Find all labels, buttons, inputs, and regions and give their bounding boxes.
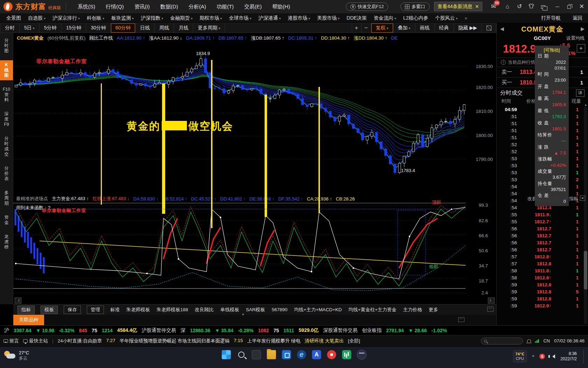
- zoom-in-button[interactable]: +: [352, 23, 362, 33]
- menu-数据(D)[interactable]: 数据(D): [155, 0, 183, 13]
- template-tab-标准[interactable]: 标准: [110, 306, 120, 314]
- nav-item-板块监测[interactable]: 板块监测▾: [111, 15, 134, 21]
- prev-symbol-arrow[interactable]: ◀: [500, 26, 504, 32]
- taskbar-app-dark[interactable]: [252, 350, 261, 359]
- nav-item-沪深京排行[interactable]: 沪深京排行▾: [52, 15, 80, 21]
- template-settings-icon[interactable]: [487, 307, 493, 312]
- period-日线[interactable]: 日线: [135, 23, 155, 33]
- nav-item-港股市场[interactable]: 港股市场▾: [288, 15, 310, 21]
- fastest-server-item[interactable]: 最快主站: [23, 338, 48, 344]
- tool-经典[interactable]: 经典: [435, 23, 454, 33]
- zoom-out-button[interactable]: −: [362, 23, 371, 33]
- nav-item-全景图[interactable]: 全景图: [6, 15, 21, 21]
- sidebar-item-分时成交[interactable]: 分时成交: [0, 134, 13, 159]
- template-tab-SAR模板[interactable]: SAR模板: [246, 306, 266, 314]
- add-to-watchlist-button[interactable]: +: [577, 44, 585, 53]
- nav-item-金融期货[interactable]: 金融期货▾: [170, 15, 192, 21]
- period-分时[interactable]: 分时: [0, 23, 20, 33]
- language-indicator[interactable]: CN: [543, 338, 550, 343]
- sidebar-item-分时图[interactable]: 分时图: [0, 36, 13, 56]
- scroll-left-button[interactable]: 《: [15, 298, 21, 304]
- nav-item-沪深指数[interactable]: 沪深指数▾: [141, 15, 163, 21]
- template-tab-单线模板[interactable]: 单线模板: [220, 306, 240, 314]
- template-tab-567890[interactable]: 567890: [271, 306, 288, 313]
- drawn-yellow-line[interactable]: [101, 83, 102, 205]
- template-tab-更多[interactable]: 更多: [428, 306, 439, 314]
- nav-item-美股市场[interactable]: 美股市场▾: [317, 15, 340, 21]
- taskbar-app-edge[interactable]: [357, 350, 366, 359]
- related-symbols-button[interactable]: 关联品种: [13, 315, 44, 325]
- drawn-yellow-line[interactable]: [211, 60, 212, 228]
- quick-trade-button[interactable]: ¥ 快速交易F12: [346, 2, 388, 11]
- nav-item-沪深港通[interactable]: 沪深港通▾: [258, 15, 281, 21]
- period-5日[interactable]: 5日▾: [20, 23, 40, 33]
- candle-info-tooltip[interactable]: [可拖动] 日 期202207/01时 间23:00开 盘1794.1最 高18…: [535, 46, 569, 206]
- template-tab-模板[interactable]: 模板: [41, 306, 58, 314]
- sidebar-item-分价表[interactable]: 分价表: [0, 164, 13, 184]
- period-60分钟[interactable]: 60分钟: [111, 23, 136, 33]
- multi-window-button[interactable]: 多窗口: [400, 2, 430, 11]
- drawn-yellow-line[interactable]: [265, 95, 267, 217]
- fullscreen-button[interactable]: [482, 23, 496, 33]
- scrollbar-up-icon[interactable]: ▲: [584, 103, 587, 107]
- menu-系统(S)[interactable]: 系统(S): [72, 0, 100, 13]
- show-desktop-strip[interactable]: [583, 349, 584, 363]
- menu-分析(A)[interactable]: 分析(A): [183, 0, 211, 13]
- sidebar-item-多周期[interactable]: 多周期: [0, 188, 13, 208]
- live-broadcast-item[interactable]: 24小时直播:自由勋章: [58, 338, 102, 344]
- template-tab-管理[interactable]: 管理: [87, 306, 104, 314]
- taskbar-app-ie[interactable]: e: [297, 350, 306, 359]
- period-30分钟[interactable]: 30分钟: [86, 23, 111, 33]
- news-headline[interactable]: 半年报业绩预增股逆势崛起 市场主线回归基本面逻辑: [120, 338, 230, 344]
- nav-item-资金流向[interactable]: 资金流向▾: [374, 15, 396, 21]
- volume-icon[interactable]: [550, 354, 555, 359]
- undo-icon[interactable]: ↺: [515, 3, 524, 11]
- period-周线[interactable]: 周线: [155, 23, 174, 33]
- tool-隐藏 ▶▶[interactable]: 隐藏 ▶▶: [454, 23, 482, 33]
- sidebar-item-深度F9[interactable]: 深度F9: [0, 109, 13, 129]
- tool-叠加[interactable]: 叠加▾: [393, 23, 415, 33]
- news-headline[interactable]: 7:15: [234, 338, 243, 344]
- menu-交易(E)[interactable]: 交易(E): [239, 0, 267, 13]
- tick-scrollbar[interactable]: [584, 107, 587, 324]
- menu-功能(T)[interactable]: 功能(T): [211, 0, 239, 13]
- menu-资讯(I)[interactable]: 资讯(I): [129, 0, 155, 13]
- tooltip-close-icon[interactable]: ✕: [475, 4, 479, 9]
- scroll-right-button[interactable]: 》: [488, 298, 495, 304]
- period-5分钟[interactable]: 5分钟: [40, 23, 62, 33]
- sidebar-item-K线图[interactable]: K线图: [0, 60, 13, 80]
- tool-复权[interactable]: 复权▾: [371, 23, 393, 33]
- news-headline[interactable]: [全部]: [348, 338, 360, 344]
- template-tab-朱老师模板[interactable]: 朱老师模板: [126, 306, 150, 314]
- hidden-icons-caret[interactable]: ^: [532, 354, 534, 359]
- panel-expand-icon[interactable]: [458, 317, 464, 322]
- bell-icon[interactable]: [527, 339, 531, 342]
- template-tab-均线+主力+MACD+KD[interactable]: 均线+主力+MACD+KD: [294, 306, 342, 314]
- minimize-button[interactable]: [553, 3, 561, 11]
- oscillator-chart[interactable]: [13, 203, 465, 297]
- menu-帮助(H)[interactable]: 帮助(H): [267, 0, 295, 13]
- sidebar-item-F10资料[interactable]: F10资料: [0, 85, 13, 105]
- template-tab-朱老师模板188[interactable]: 朱老师模板188: [156, 306, 189, 314]
- taskbar-app-folder[interactable]: [267, 350, 276, 359]
- kline-chart[interactable]: [13, 43, 465, 195]
- detail-button[interactable]: 详: [576, 89, 584, 97]
- layout-switch-icon[interactable]: [539, 3, 547, 11]
- restore-button[interactable]: [565, 3, 573, 11]
- drawn-yellow-line[interactable]: [162, 83, 165, 214]
- search-input[interactable]: [481, 338, 523, 345]
- back-button[interactable]: 返回: [573, 15, 582, 21]
- skin-shirt-icon[interactable]: [527, 3, 536, 11]
- indicator-close-icon[interactable]: ✕: [580, 196, 585, 201]
- home-icon[interactable]: ⌂: [503, 3, 512, 11]
- nav-item-全球市场[interactable]: 全球市场▾: [229, 15, 251, 21]
- next-symbol-arrow[interactable]: ▶: [581, 26, 584, 32]
- nav-item-科创板[interactable]: 科创板▾: [87, 15, 104, 21]
- menu-行情(Q)[interactable]: 行情(Q): [100, 0, 129, 13]
- template-tab-改良顾比[interactable]: 改良顾比: [195, 306, 214, 314]
- drawn-yellow-line[interactable]: [318, 87, 320, 213]
- nav-item-自选股[interactable]: 自选股▾: [28, 15, 46, 21]
- nav-item-DDE决策[interactable]: DDE决策: [346, 15, 367, 21]
- taskbar-clock[interactable]: 8:36 2022/7/2: [560, 351, 577, 362]
- nav-item-L2核心内参[interactable]: L2核心内参: [403, 15, 428, 21]
